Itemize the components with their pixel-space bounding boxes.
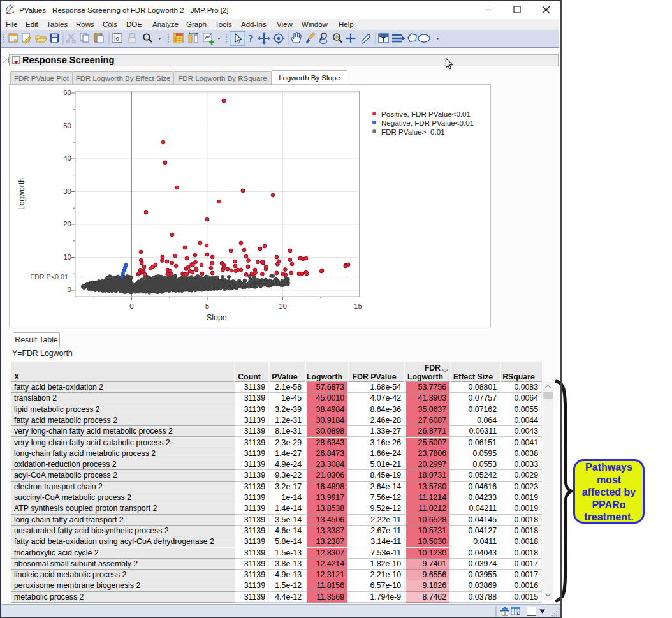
svg-text:0: 0 [115,36,119,42]
svg-text:?: ? [248,33,254,45]
svg-text:T: T [381,36,385,43]
